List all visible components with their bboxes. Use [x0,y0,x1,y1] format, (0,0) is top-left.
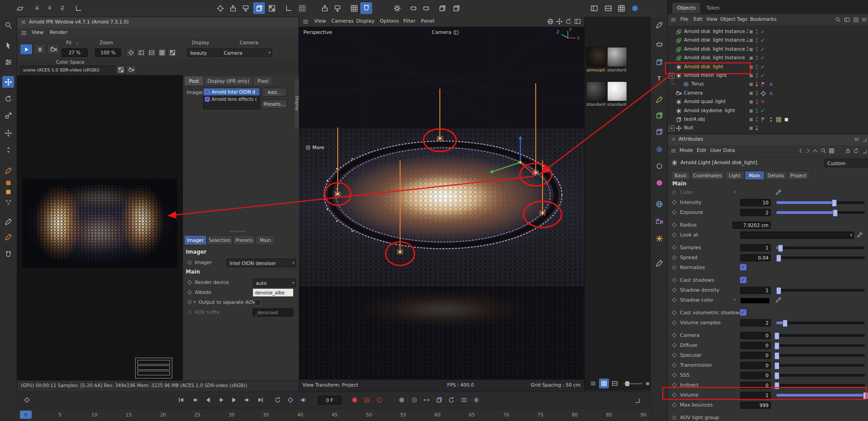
whitesq-tag-icon[interactable] [783,117,789,123]
tab-presets[interactable]: Presets [233,235,255,245]
palette-icon[interactable] [2,196,14,208]
attr-value-field[interactable]: 0 [740,342,771,349]
layout-3-icon[interactable] [615,2,627,14]
layer-chip[interactable] [750,92,753,95]
enabled-check-icon[interactable]: ✓ [760,72,765,79]
tab-light[interactable]: Light [725,171,745,180]
keyframe-diamond-icon[interactable] [671,189,677,195]
attr-row-shadow-density[interactable]: Shadow density1 [668,285,868,295]
grid-snap-icon[interactable] [348,2,360,14]
texture-mode-icon[interactable] [266,2,278,14]
field-icon[interactable] [653,160,665,172]
current-frame-marker[interactable]: 0 [20,411,32,419]
eyedropper-icon[interactable] [775,297,782,303]
next-frame-button[interactable] [229,394,240,405]
ipr-menu-view[interactable]: View [32,29,43,35]
attr-slider[interactable] [776,256,865,259]
attr-value-field[interactable]: 0.04 [740,254,771,261]
a-tag-icon[interactable]: A [768,81,774,87]
attr-row-look-at[interactable]: Look at▾ [668,230,868,240]
viewport-menu-panel[interactable]: Panel [421,18,434,24]
model-mode-icon[interactable] [253,2,265,14]
albedo-input[interactable]: denoise_albe [253,289,293,297]
thumbnail-size-slider[interactable] [623,383,642,384]
record-objects-button[interactable] [374,394,385,405]
material-thumbnail-atmosph-0[interactable] [586,47,606,67]
object-label[interactable]: Arnold skydome_light [684,108,735,113]
attr-link-field[interactable]: ▾ [740,232,854,239]
sculpt-pen-icon[interactable] [653,19,665,31]
workplane-icon[interactable] [14,2,26,14]
visibility-dot-top[interactable] [756,38,758,40]
attr-row-max-bounces[interactable]: Max bounces999 [668,400,868,410]
a-tag-icon[interactable]: A [768,90,774,96]
visibility-dot-top[interactable] [756,91,758,93]
material-label[interactable]: standard [607,67,626,72]
object-row-arnold-disk-light[interactable]: Arnold disk_light✓ [668,63,868,71]
enabled-check-icon[interactable]: ✓ [760,55,765,61]
object-label[interactable]: test4.obj [684,116,705,122]
world-coord-icon[interactable] [319,2,330,14]
fit-label[interactable]: Fit [66,40,71,45]
workplane-mode-icon[interactable] [282,2,294,14]
material-pen-icon[interactable] [653,257,665,269]
object-label[interactable]: Arnold disk_light [684,64,723,69]
mograph-icon[interactable] [653,177,665,189]
display-select[interactable]: beauty▾ [187,48,224,57]
attributes-menu-mode[interactable]: Mode [679,147,693,153]
attr-value-field[interactable]: 0 [740,352,771,359]
attr-value-field[interactable]: 1 [740,244,771,251]
objects-menu-file[interactable]: File [680,16,689,22]
grid-overlay-icon[interactable] [157,48,167,57]
capsule-b-icon[interactable] [420,2,432,14]
enabled-check-icon[interactable]: ✓ [760,108,765,114]
keyframe-diamond-icon[interactable] [671,265,677,270]
checkbox-checked[interactable]: ✓ [740,264,746,270]
visibility-dot-bottom[interactable] [756,102,758,104]
key-pla-button[interactable] [471,394,481,405]
object-row-arnold-disk-light-instance[interactable]: Arnold disk_light Instance✓ [668,54,868,62]
tray-cells-icon[interactable] [610,378,620,388]
attributes-menu-user-data[interactable]: User Data [710,147,735,153]
status-sphere-icon[interactable] [629,2,641,14]
magnet-tool-icon[interactable] [2,249,14,260]
visibility-dot-top[interactable] [756,56,758,57]
objects-menu-bookmarks[interactable]: Bookmarks [750,16,777,22]
prev-frame-button[interactable] [202,394,213,405]
keyframe-diamond-icon[interactable] [671,352,677,358]
imager-presets-button[interactable]: Presets... [262,99,287,109]
enabled-check-icon[interactable]: ✓ [760,46,765,52]
background-checker-icon[interactable] [116,65,126,74]
visibility-dot-bottom[interactable] [756,111,758,113]
add-filter-icon[interactable] [853,17,859,23]
object-coord-icon[interactable] [331,2,343,14]
viewport-menu-icon[interactable] [302,19,309,25]
object-row-arnold-quad-light[interactable]: Arnold quad_light✕ [668,98,868,106]
keyframe-button[interactable] [21,394,32,405]
keyframe-diamond-icon[interactable] [671,245,677,251]
select-tool-icon[interactable] [2,39,14,51]
attr-row-sss[interactable]: SSS0 [668,370,868,380]
ipr-play-button[interactable] [20,44,33,55]
imager-item-lens-effects[interactable]: ✓Arnold lens effects ( [203,95,259,103]
tab-coordinates[interactable]: Coordinates [690,171,725,180]
output-aov-checkbox[interactable] [255,299,261,306]
tray-list-icon[interactable] [588,378,598,388]
tab-selection[interactable]: Selection [207,235,233,245]
toggle-view-icon[interactable] [574,18,581,25]
checkbox-checked[interactable]: ✓ [205,90,210,95]
cube-a-icon[interactable] [436,2,448,14]
axis-z-lock[interactable]: Z [57,2,68,14]
zoom-value-field[interactable]: 100 % [95,48,121,57]
render-region-widget[interactable] [135,358,172,378]
attr-value-field[interactable]: 1 [740,392,771,399]
viewport-canvas[interactable]: Z Y X [299,27,584,379]
attr-slider[interactable] [776,211,865,214]
tab-main[interactable]: Main [745,171,764,180]
ipr-camera-select[interactable]: Camera▾ [221,48,272,57]
corner-resize-icon[interactable] [631,394,642,405]
visibility-dot-top[interactable] [756,109,758,110]
preset-select[interactable]: Custom▾ [824,159,868,167]
color-swatch[interactable] [740,298,770,304]
checkbox-checked[interactable]: ✓ [740,309,746,316]
